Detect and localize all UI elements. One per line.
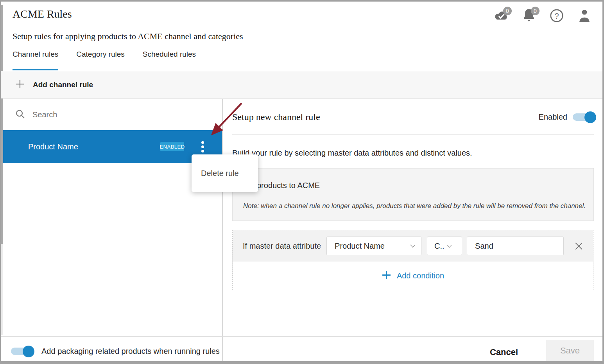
rule-action-box: products to ACME Note: when a channel ru… [232, 168, 594, 221]
condition-row: If master data attribute Product Name C.… [233, 230, 593, 262]
tab-scheduled-rules[interactable]: Scheduled rules [143, 50, 196, 70]
chevron-down-icon [447, 242, 452, 249]
cancel-button[interactable]: Cancel [479, 342, 529, 361]
attribute-select[interactable]: Product Name [326, 237, 421, 255]
tab-channel-rules[interactable]: Channel rules [13, 50, 58, 70]
rule-enabled-toggle[interactable] [573, 113, 595, 121]
add-condition-label: Add condition [397, 271, 444, 280]
acme-rules-app: ACME Rules Setup rules for applying prod… [1, 2, 602, 361]
condition-builder: If master data attribute Product Name C.… [232, 230, 593, 290]
toggle-knob [23, 346, 34, 357]
footer-divider [1, 336, 602, 337]
person-icon [577, 8, 591, 25]
help-button[interactable]: ? [548, 8, 565, 25]
header-icon-bar: 0 0 ? [493, 8, 593, 25]
save-button[interactable]: Save [546, 340, 594, 361]
operator-select-value: C.. [434, 242, 444, 251]
rule-list-item-product-name[interactable]: Product Name ENABLED [3, 130, 222, 163]
approvals-count-badge: 0 [503, 7, 512, 15]
rule-description: Build your rule by selecting master data… [232, 149, 472, 158]
remove-condition-button[interactable] [574, 241, 584, 251]
search-input[interactable] [32, 110, 181, 119]
packaging-products-toggle[interactable] [11, 348, 34, 355]
rule-enabled-control: Enabled [539, 113, 595, 122]
rule-name: Product Name [28, 142, 78, 151]
operator-select[interactable]: C.. [427, 237, 462, 255]
approvals-button[interactable]: 0 [493, 8, 510, 25]
add-channel-rule-button[interactable]: Add channel rule [1, 71, 602, 99]
chevron-down-icon [410, 242, 416, 249]
notifications-button[interactable]: 0 [520, 8, 538, 25]
toggle-knob [584, 111, 596, 123]
add-channel-rule-label: Add channel rule [33, 81, 93, 89]
plus-icon [382, 270, 391, 282]
notifications-count-badge: 0 [531, 7, 539, 15]
rule-action-note: Note: when a channel rule no longer appl… [243, 202, 586, 210]
tab-category-rules[interactable]: Category rules [76, 50, 125, 70]
account-button[interactable] [576, 8, 593, 25]
add-condition-button[interactable]: Add condition [233, 262, 593, 290]
heading-divider [232, 134, 594, 134]
rule-search [3, 99, 222, 130]
close-icon [574, 241, 584, 251]
rule-status-badge: ENABLED [160, 142, 184, 151]
page-title: ACME Rules [13, 8, 72, 20]
search-icon [15, 109, 25, 121]
kebab-dot [201, 141, 204, 144]
vertical-scrollbar[interactable] [1, 5, 3, 335]
condition-prefix-label: If master data attribute [243, 242, 321, 251]
question-mark-icon: ? [549, 8, 564, 25]
packaging-toggle-control: Add packaging related products when runn… [11, 343, 220, 359]
rule-kebab-menu-button[interactable] [200, 140, 206, 154]
packaging-toggle-label: Add packaging related products when runn… [41, 347, 220, 356]
rule-action-title: products to ACME [257, 181, 320, 190]
panel-heading: Setup new channel rule [232, 112, 320, 122]
page-subtitle: Setup rules for applying products to ACM… [13, 31, 243, 41]
enabled-label: Enabled [539, 113, 567, 122]
app-window: ACME Rules Setup rules for applying prod… [0, 0, 604, 364]
menu-item-delete-rule[interactable]: Delete rule [201, 169, 239, 178]
plus-icon [15, 79, 25, 91]
kebab-dot [201, 150, 204, 152]
svg-text:?: ? [554, 12, 559, 20]
tab-bar: Channel rules Category rules Scheduled r… [13, 50, 196, 70]
attribute-select-value: Product Name [335, 242, 385, 251]
condition-value-input[interactable] [467, 237, 564, 255]
kebab-dot [201, 145, 204, 148]
rule-context-menu: Delete rule [192, 154, 258, 192]
panel-divider [222, 99, 223, 361]
